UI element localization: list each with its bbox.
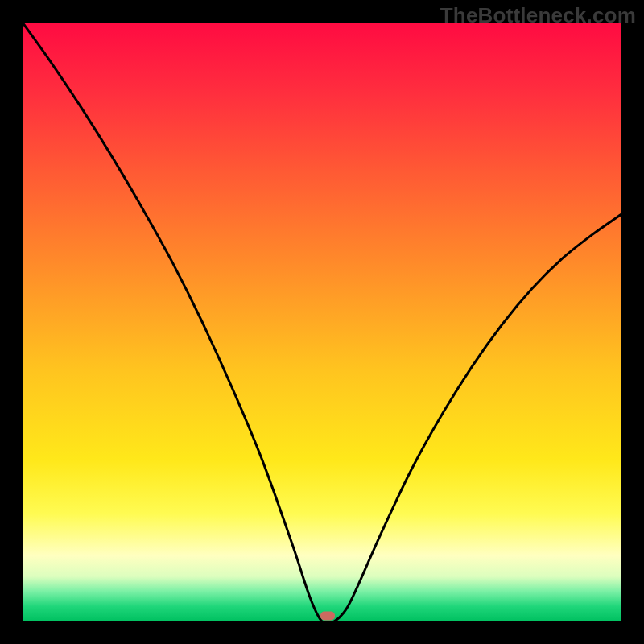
bottleneck-curve-path — [23, 23, 621, 621]
optimum-marker — [320, 611, 335, 620]
curve-svg — [23, 23, 621, 621]
chart-frame: TheBottleneck.com — [0, 0, 644, 644]
plot-area — [23, 23, 621, 621]
attribution-label: TheBottleneck.com — [440, 3, 636, 28]
